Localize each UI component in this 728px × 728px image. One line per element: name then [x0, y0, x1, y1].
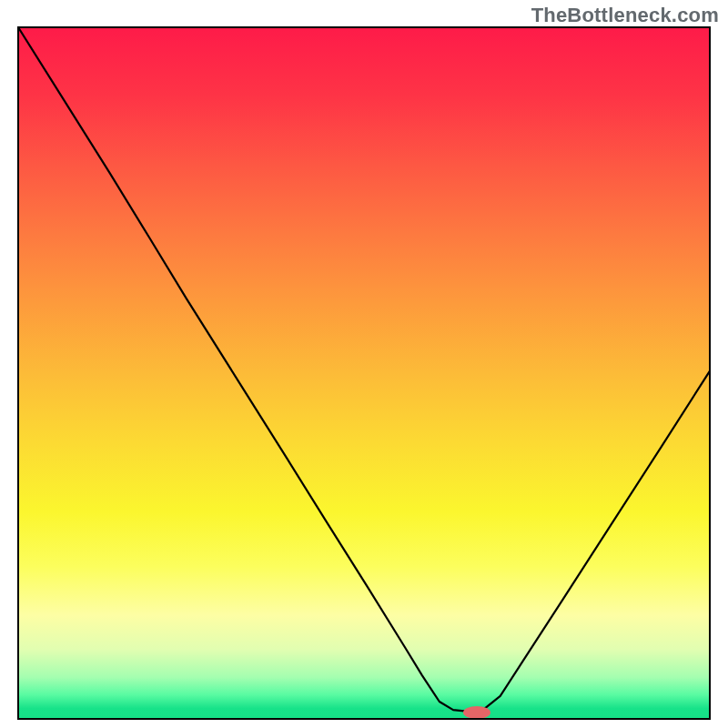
watermark-label: TheBottleneck.com — [531, 4, 719, 27]
chart-container: TheBottleneck.com — [0, 0, 728, 728]
gradient-background — [18, 27, 710, 719]
chart-svg — [0, 0, 728, 728]
optimal-marker — [463, 706, 490, 719]
